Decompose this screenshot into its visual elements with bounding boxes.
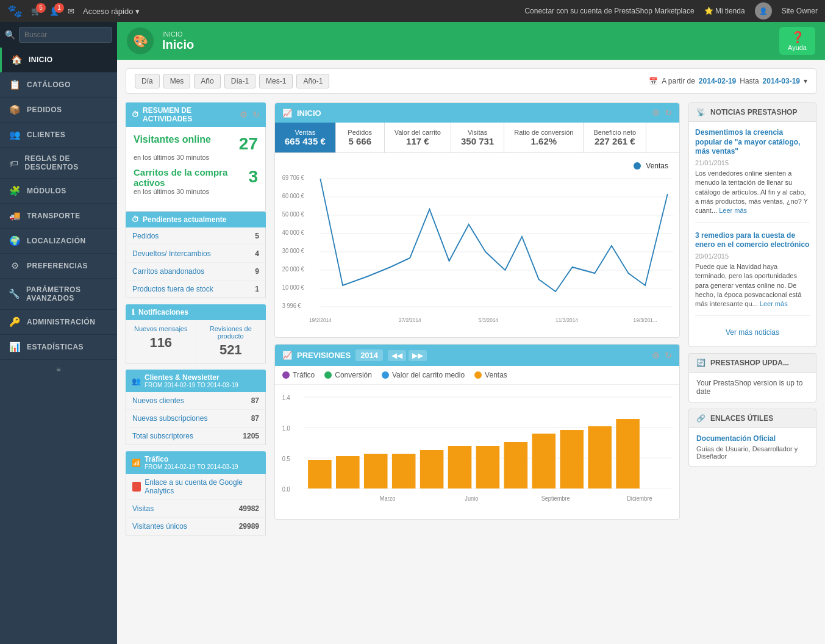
resumen-section: ⏱ RESUMEN DE ACTIVIDADES ⚙ ↻ 27 Visitant…	[126, 102, 266, 535]
search-input[interactable]	[19, 27, 112, 43]
filter-dia[interactable]: Día	[135, 74, 160, 88]
pendiente-carritos-label[interactable]: Carritos abandonados	[132, 267, 204, 276]
svg-text:Junio: Junio	[465, 495, 478, 502]
enlaces-title: ENLACES ÚTILES	[710, 414, 773, 423]
ventas-dot	[474, 371, 482, 379]
sidebar-item-localizacion[interactable]: 🌍 LOCALIZACIÓN	[0, 229, 117, 254]
sidebar-item-transporte[interactable]: 🚚 TRANSPORTE	[0, 204, 117, 229]
tab-visitas[interactable]: Visitas 350 731	[451, 123, 504, 152]
search-icon[interactable]: 🔍	[5, 30, 15, 40]
clock-icon: ⏱	[132, 110, 139, 119]
resumen-refresh-icon[interactable]: ↻	[252, 110, 260, 120]
sidebar-item-parametros[interactable]: 🔧 PARÁMETROS AVANZADOS	[0, 279, 117, 310]
hasta-value: 2014-03-19	[763, 77, 800, 85]
avatar[interactable]: 👤	[755, 2, 772, 20]
legend-ventas[interactable]: Ventas	[474, 371, 507, 379]
mail-icon-group[interactable]: ✉	[68, 7, 74, 16]
sidebar: 🔍 🏠 INICIO 📋 CATÁLOGO 📦 PEDIDOS 👥 CLIENT…	[0, 22, 117, 644]
trafico-analytics-link[interactable]: Enlace a su cuenta de Google Analytics	[132, 478, 259, 495]
enlace-0-title[interactable]: Documentación Oficial	[696, 434, 809, 443]
filter-dia1[interactable]: Día-1	[224, 74, 255, 88]
pendiente-pedidos-label[interactable]: Pedidos	[132, 232, 159, 240]
pendiente-devueltos-label[interactable]: Devueltos/ Intercambios	[132, 249, 211, 258]
clientes-total-label[interactable]: Total subscriptores	[132, 432, 193, 440]
help-button[interactable]: ❓ Ayuda	[779, 27, 815, 55]
sidebar-item-estadisticas[interactable]: 📊 ESTADÍSTICAS	[0, 335, 117, 360]
carts-section: 3 Carritos de la compra activos en los ú…	[134, 167, 258, 195]
pendiente-stock-label[interactable]: Productos fuera de stock	[132, 285, 213, 293]
page-title: Inicio	[162, 38, 194, 52]
prestashop-logo[interactable]: 🐾	[7, 4, 23, 18]
noticia-0-read-more[interactable]: Leer más	[719, 207, 747, 214]
previsiones-chart-icon: 📈	[282, 351, 292, 360]
tab-carrito[interactable]: Valor del carrito 117 €	[385, 123, 451, 152]
inicio-gear-icon[interactable]: ⚙	[652, 108, 660, 118]
tab-pedidos[interactable]: Pedidos 5 666	[336, 123, 385, 152]
trafico-visitas: Visitas 49982	[126, 500, 265, 518]
sidebar-item-clientes[interactable]: 👥 CLIENTES	[0, 123, 117, 148]
tab-conversion[interactable]: Ratio de conversión 1.62%	[504, 123, 584, 152]
cart-icon-group[interactable]: 🛒 5	[31, 7, 41, 16]
sidebar-item-reglas[interactable]: 🏷 REGLAS DE DESCUENTOS	[0, 148, 117, 179]
clientes-nuevos-label[interactable]: Nuevos clientes	[132, 396, 184, 405]
noticia-1-title[interactable]: 3 remedios para la cuesta de enero en el…	[695, 231, 810, 250]
noticia-1-read-more[interactable]: Leer más	[760, 300, 788, 307]
svg-text:0.5: 0.5	[282, 456, 290, 462]
mi-tienda-link[interactable]: ⭐ Mi tienda	[704, 7, 745, 15]
notif-revisiones: Revisiones de producto 521	[196, 320, 266, 363]
clientes-nuevos: Nuevos clientes 87	[126, 392, 265, 410]
clientes-sub-label[interactable]: Nuevas subscripciones	[132, 414, 207, 423]
legend-trafico-label: Tráfico	[293, 371, 315, 379]
prev-year-btn[interactable]: ◀◀	[388, 350, 406, 361]
sidebar-item-pedidos[interactable]: 📦 PEDIDOS	[0, 98, 117, 123]
sidebar-item-administracion[interactable]: 🔑 ADMINISTRACIÓN	[0, 310, 117, 335]
noticia-0-title[interactable]: Desmentimos la creencia popular de "a ma…	[695, 128, 810, 157]
ver-mas-noticias[interactable]: Ver más noticias	[695, 324, 810, 340]
page-header-text: INICIO Inicio	[162, 30, 194, 52]
inicio-header-actions: ⚙ ↻	[652, 108, 672, 118]
notif-mensajes-label[interactable]: Nuevos mensajes	[132, 325, 190, 332]
legend-trafico[interactable]: Tráfico	[282, 371, 315, 379]
resumen-body: 27 Visitantes online en los últimos 30 m…	[126, 127, 266, 212]
hasta-label: Hasta	[740, 77, 759, 85]
svg-rect-39	[588, 426, 612, 488]
previsiones-gear-icon[interactable]: ⚙	[652, 351, 660, 360]
tab-ventas[interactable]: Ventas 665 435 €	[275, 123, 336, 152]
enlaces-section: 🔗 ENLACES ÚTILES Documentación Oficial G…	[688, 409, 816, 467]
inicio-refresh-icon[interactable]: ↻	[665, 108, 672, 118]
line-chart-area: Ventas 69 706 € 60 000 € 50 000 € 40 000…	[275, 153, 679, 337]
user-icon-group[interactable]: 👤 1	[49, 7, 59, 16]
sidebar-item-inicio[interactable]: 🏠 INICIO	[0, 48, 117, 73]
filter-mes[interactable]: Mes	[163, 74, 191, 88]
notif-revisiones-label[interactable]: Revisiones de producto	[202, 325, 260, 340]
filter-año[interactable]: Año	[194, 74, 220, 88]
conectar-link[interactable]: Conectar con su cuenta de PrestaShop Mar…	[524, 7, 694, 15]
legend-carrito-medio[interactable]: Valor del carrito medio	[382, 371, 465, 379]
previsiones-nav: ◀◀ ▶▶	[388, 350, 427, 361]
filter-mes1[interactable]: Mes-1	[259, 74, 293, 88]
date-dropdown-icon[interactable]: ▾	[804, 77, 807, 85]
sidebar-item-preferencias[interactable]: ⚙ PREFERENCIAS	[0, 254, 117, 279]
trafico-unicos-value: 29989	[239, 522, 259, 531]
previsiones-refresh-icon[interactable]: ↻	[665, 351, 672, 360]
svg-rect-38	[560, 430, 584, 488]
tab-beneficio[interactable]: Beneficio neto 227 261 €	[584, 123, 646, 152]
notif-mensajes: Nuevos mensajes 116	[126, 320, 196, 363]
main-content: 🎨 INICIO Inicio ❓ Ayuda Día Mes Año Día-…	[117, 22, 825, 644]
trafico-unicos-label[interactable]: Visitantes únicos	[132, 522, 187, 531]
desde-label: A partir de	[662, 77, 695, 85]
update-icon: 🔄	[696, 359, 705, 367]
sidebar-item-modulos[interactable]: 🧩 MÓDULOS	[0, 179, 117, 204]
trafico-visitas-label[interactable]: Visitas	[132, 504, 154, 513]
sidebar-toggle[interactable]: ≡	[0, 360, 117, 379]
resumen-gear-icon[interactable]: ⚙	[240, 110, 248, 120]
sidebar-label-preferencias: PREFERENCIAS	[27, 262, 88, 270]
sidebar-item-catalogo[interactable]: 📋 CATÁLOGO	[0, 73, 117, 98]
acceso-rapido-btn[interactable]: Acceso rápido ▾	[83, 7, 140, 16]
svg-rect-34	[448, 446, 472, 488]
carts-sub: en los últimos 30 minutos	[134, 188, 258, 195]
next-year-btn[interactable]: ▶▶	[409, 350, 427, 361]
filter-año1[interactable]: Año-1	[296, 74, 329, 88]
legend-conversion[interactable]: Conversión	[324, 371, 372, 379]
tab-carrito-value: 117 €	[395, 136, 441, 146]
